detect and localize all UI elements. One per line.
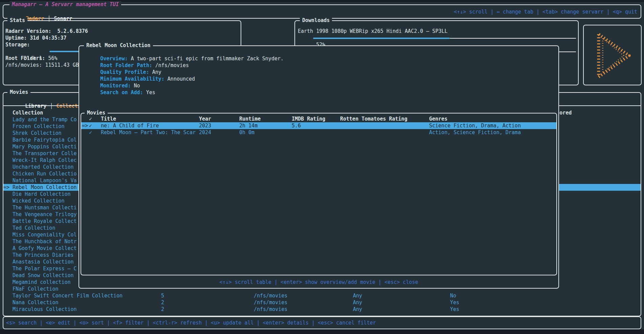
collection-root-folder: /nfs/movies	[254, 306, 287, 313]
collection-name: Barbie Fairytopia Col	[13, 137, 77, 143]
collection-name: FNaF Collection	[13, 286, 58, 292]
collection-root-folder: /nfs/movies	[254, 299, 287, 306]
collection-movie-count: 2	[161, 299, 164, 306]
root-folder-size: /nfs/movies: 11511.43 GB	[5, 62, 79, 68]
header-title: Title	[101, 116, 116, 122]
collection-name: Anastasia Collection	[13, 258, 74, 265]
collection-name: Nana Collection	[13, 299, 58, 306]
collection-movie-count: 2	[161, 306, 164, 313]
collection-name: Shrek Collection	[13, 130, 62, 137]
movie-imdb-rating: 5.6	[292, 122, 301, 129]
collection-name: Uncharted Collection	[13, 164, 74, 170]
collection-movie-count: 5	[161, 292, 164, 299]
header-genres: Genres	[429, 116, 447, 122]
header-imdb-rating: IMDB Rating	[292, 116, 325, 122]
header-collection: Collection	[13, 109, 43, 116]
collection-name: Miraculous Collection	[13, 306, 77, 313]
download-gauge-filled	[313, 38, 450, 39]
header-year: Year	[199, 116, 211, 122]
collection-name: Die Hard Collection	[13, 191, 71, 197]
collection-name: A Goofy Movie Collect	[13, 245, 77, 252]
collection-name: Megamind collection	[13, 279, 71, 286]
movie-row[interactable]: => ✓ ne: A Child of Fire 2023 2h 14m 5.6…	[81, 122, 556, 129]
collection-details-modal: Rebel Moon Collection Overview:A two-par…	[79, 45, 559, 289]
collection-name: The Hunchback of Notr	[13, 238, 77, 245]
radarr-version: Radarr Version: 5.2.6.8376	[5, 28, 88, 35]
movie-runtime: 0h 0m	[239, 129, 254, 136]
collection-name: Miss Congeniality Col	[13, 231, 77, 238]
collection-name: Ted Collection	[13, 225, 55, 231]
managarr-play-icon	[584, 25, 641, 85]
modal-keybinds: <↑↓> scroll table | <enter> show overvie…	[79, 279, 558, 286]
movie-runtime: 2h 14m	[239, 122, 258, 129]
managarr-terminal: Managarr – A Servarr management TUI Rada…	[0, 0, 644, 334]
collection-name: Dead Snow Collection	[13, 272, 74, 279]
collection-name: Wreck-It Ralph Collec	[13, 157, 77, 164]
collection-name: Mary Poppins Collecti	[13, 143, 77, 150]
root-folders-label: Root Folders:	[5, 55, 45, 62]
header-rotten-tomatoes: Rotten Tomatoes Rating	[340, 116, 407, 122]
collection-flag: No	[450, 292, 456, 299]
storage-label: Storage:	[5, 41, 30, 48]
collection-name: The Polar Express – C	[13, 265, 77, 272]
collection-quality-profile: Any	[353, 292, 362, 299]
movies-table-header: ✓ Title Year Runtime IMDB Rating Rotten …	[81, 116, 556, 122]
field-search-on-add: Search on Add:Yes	[82, 82, 155, 103]
movies-panel-title: Movies	[7, 89, 30, 96]
top-bar: Managarr – A Servarr management TUI Rada…	[3, 4, 641, 19]
collection-name: Rebel Moon Collection	[13, 184, 77, 191]
header-runtime: Runtime	[239, 116, 261, 122]
collection-name: National Lampoon's Va	[13, 177, 77, 184]
logo-panel	[583, 25, 642, 85]
collection-row[interactable]: Miraculous Collection 2 /nfs/movies Any …	[3, 306, 641, 313]
tab-library[interactable]: Library	[25, 103, 46, 109]
collection-row[interactable]: Nana Collection 2 /nfs/movies Any Yes	[3, 299, 641, 306]
collection-name: Taylor Swift Concert Film Collection	[13, 292, 123, 299]
app-title: Managarr – A Servarr management TUI	[9, 1, 121, 8]
collection-row[interactable]: Taylor Swift Concert Film Collection 5 /…	[3, 292, 641, 299]
downloads-title: Downloads	[300, 17, 332, 24]
collection-root-folder: /nfs/movies	[254, 292, 287, 299]
modal-movies-table: Movies ✓ Title Year Runtime IMDB Rating …	[81, 113, 557, 275]
movie-year: 2023	[199, 122, 211, 129]
collection-flag: Yes	[450, 299, 459, 306]
download-gauge-rest	[450, 38, 576, 39]
download-progress-row: 52%	[298, 35, 576, 41]
uptime: Uptime: 31d 04:35:37	[5, 35, 67, 41]
movie-genres: Action, Science Fiction, Drama	[429, 129, 521, 136]
stats-title: Stats	[7, 17, 27, 24]
collection-quality-profile: Any	[353, 299, 362, 306]
movie-title: ne: A Child of Fire	[101, 122, 159, 129]
collection-name: The Huntsman Collecti	[13, 204, 77, 211]
tab-divider: │	[46, 103, 56, 109]
movie-year: 2024	[199, 129, 211, 136]
bottom-bar: <s> search | <e> edit | <o> sort | <f> f…	[3, 316, 641, 329]
collection-name: The Transporter Colle	[13, 150, 77, 157]
collection-name: The Vengeance Trilogy	[13, 211, 77, 218]
check-icon: ✓	[89, 129, 92, 136]
collection-name: The Princess Diaries	[13, 252, 74, 258]
modal-movies-title: Movies	[85, 109, 108, 116]
download-item-name: Earth 1998 1080p WEBRip x265 Hindi AAC2.…	[298, 28, 448, 35]
collection-name: Frozen Collection	[13, 123, 65, 130]
movie-genres: Science Fiction, Drama, Action	[429, 122, 521, 129]
collection-name: Battle Royale Collect	[13, 218, 77, 225]
movie-title: Rebel Moon – Part Two: The Scar	[101, 129, 196, 136]
bottom-keybinds: <s> search | <e> edit | <o> sort | <f> f…	[6, 319, 376, 326]
movie-row[interactable]: ✓ Rebel Moon – Part Two: The Scar 2024 0…	[81, 129, 556, 136]
collection-flag: Yes	[450, 306, 459, 313]
collection-name: Lady and the Tramp Co	[13, 116, 77, 123]
collection-name: Chicken Run Collectio	[13, 170, 77, 177]
selection-marker: =>	[82, 122, 88, 129]
collection-name: Wicked Collection	[13, 197, 65, 204]
header-check-icon: ✓	[89, 116, 92, 122]
movies-table-rows: => ✓ ne: A Child of Fire 2023 2h 14m 5.6…	[81, 122, 556, 136]
check-icon: ✓	[89, 122, 92, 129]
modal-title: Rebel Moon Collection	[84, 42, 153, 49]
selection-marker: =>	[3, 184, 9, 191]
collection-quality-profile: Any	[353, 306, 362, 313]
top-keybinds: <↑↓> scroll | ↔ change tab | <tab> chang…	[454, 8, 637, 15]
